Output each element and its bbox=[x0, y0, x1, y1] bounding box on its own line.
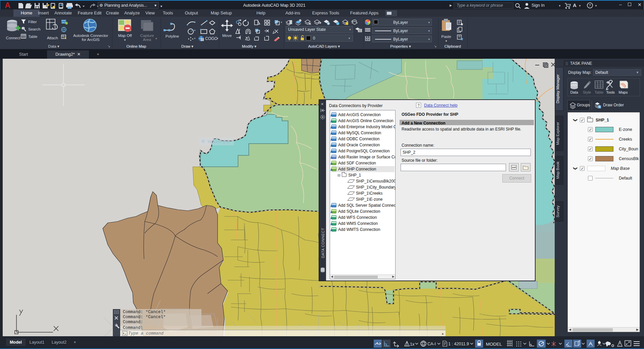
svg-text:Window grip: Window grip bbox=[208, 139, 230, 144]
svg-text:Data: Data bbox=[570, 90, 578, 94]
svg-text:MODEL: MODEL bbox=[486, 342, 502, 347]
svg-text:▾: ▾ bbox=[349, 37, 350, 40]
svg-text:Tools: Tools bbox=[606, 90, 615, 94]
svg-text:Style: Style bbox=[583, 90, 591, 94]
svg-text:CA-I: CA-I bbox=[427, 342, 436, 346]
svg-text:Table: Table bbox=[595, 90, 603, 94]
svg-text:0: 0 bbox=[313, 36, 315, 41]
svg-text:Maps: Maps bbox=[619, 90, 628, 94]
svg-text:?: ? bbox=[589, 3, 591, 7]
svg-text:1x: 1x bbox=[410, 342, 415, 347]
svg-text:1 : 42011.9: 1 : 42011.9 bbox=[448, 342, 469, 346]
